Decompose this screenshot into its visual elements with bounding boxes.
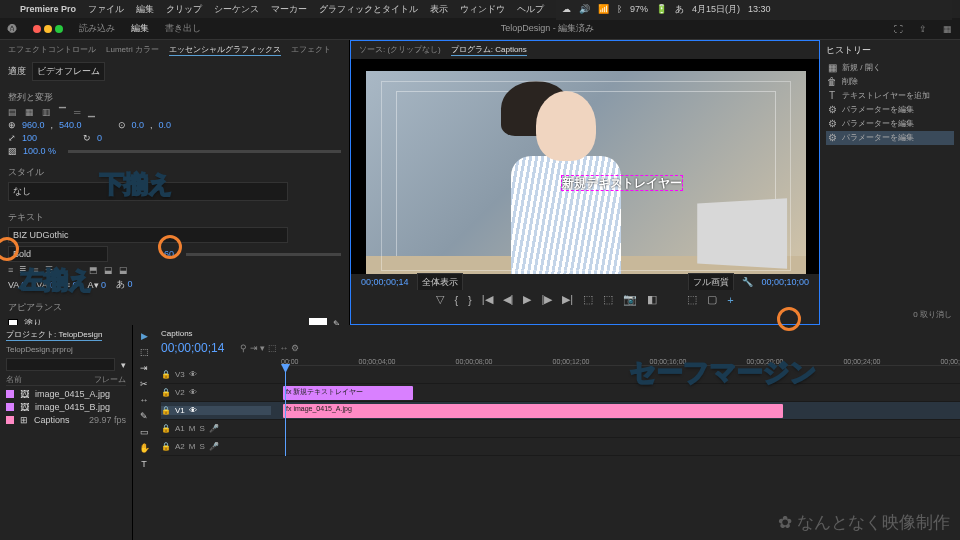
workspaces-icon[interactable]: ▦	[943, 24, 952, 34]
time-ruler[interactable]: 00;0000;00;04;0000;00;08;0000;00;12;0000…	[281, 358, 960, 366]
app-name[interactable]: Premiere Pro	[20, 4, 76, 14]
text-layer-overlay[interactable]: 新規テキストレイヤー	[561, 175, 683, 192]
clip-image[interactable]: fx image_0415_A.jpg	[283, 404, 783, 418]
pos-y[interactable]: 540.0	[59, 120, 82, 130]
step-forward-icon[interactable]: |▶	[541, 293, 552, 306]
tab-import[interactable]: 読み込み	[79, 22, 115, 35]
timeline-tc[interactable]: 00;00;00;14	[161, 341, 224, 355]
track-select-tool-icon[interactable]: ⬚	[140, 347, 149, 357]
volume-icon[interactable]: 🔊	[579, 4, 590, 14]
align-left-icon[interactable]: ▤	[8, 107, 17, 117]
selection-tool-icon[interactable]: ▶	[141, 331, 148, 341]
align-right-icon[interactable]: ▥	[42, 107, 51, 117]
play-icon[interactable]: ▶	[523, 293, 531, 306]
align-center-v-icon[interactable]: ═	[74, 107, 80, 117]
go-to-in-icon[interactable]: |◀	[482, 293, 493, 306]
align-bottom-icon[interactable]: ▁	[88, 107, 95, 117]
tab-export[interactable]: 書き出し	[165, 22, 201, 35]
clip-text-layer[interactable]: fx 新規テキストレイヤー	[283, 386, 413, 400]
menu-edit[interactable]: 編集	[136, 3, 154, 16]
tab-essential-graphics[interactable]: エッセンシャルグラフィックス	[169, 44, 281, 56]
rotation-value[interactable]: 0	[97, 133, 102, 143]
sequence-name[interactable]: Captions	[161, 329, 960, 338]
quality-dropdown[interactable]: フル画質	[688, 273, 734, 292]
tsume[interactable]: 0	[128, 279, 133, 289]
export-frame-icon[interactable]: 📷	[623, 293, 637, 306]
baseline[interactable]: 0	[101, 280, 106, 290]
wrench-icon[interactable]: 🔧	[742, 277, 753, 287]
history-item[interactable]: 🗑削除	[826, 75, 954, 89]
menubar-date[interactable]: 4月15日(月)	[692, 3, 740, 16]
menu-graphics[interactable]: グラフィックとタイトル	[319, 3, 418, 16]
menu-view[interactable]: 表示	[430, 3, 448, 16]
anchor-y[interactable]: 0.0	[159, 120, 172, 130]
hand-tool-icon[interactable]: ✋	[139, 443, 150, 453]
comparison-icon[interactable]: ◧	[647, 293, 657, 306]
track-a1[interactable]: 🔒A1MS🎤	[161, 420, 960, 438]
opacity-slider[interactable]	[68, 150, 341, 153]
bluetooth-icon[interactable]: ᛒ	[617, 4, 622, 14]
step-back-icon[interactable]: ◀|	[503, 293, 514, 306]
menu-file[interactable]: ファイル	[88, 3, 124, 16]
history-item[interactable]: ⚙パラメーターを編集	[826, 103, 954, 117]
font-size-slider[interactable]	[186, 253, 341, 256]
history-item[interactable]: ⚙パラメーターを編集	[826, 117, 954, 131]
text-align-left-icon[interactable]: ≡	[8, 265, 13, 275]
slip-tool-icon[interactable]: ↔	[140, 395, 149, 405]
font-weight-dropdown[interactable]: Bold	[8, 246, 108, 262]
project-title[interactable]: プロジェクト: TelopDesign	[6, 329, 102, 341]
menu-marker[interactable]: マーカー	[271, 3, 307, 16]
anchor-x[interactable]: 0.0	[132, 120, 145, 130]
track-v1[interactable]: 🔒V1👁fx image_0415_A.jpg	[161, 402, 960, 420]
rectangle-tool-icon[interactable]: ▭	[140, 427, 149, 437]
vert-align-bottom-icon[interactable]: ⬓	[119, 265, 128, 275]
wifi-icon[interactable]: 📶	[598, 4, 609, 14]
project-item[interactable]: 🖼image_0415_A.jpg	[6, 389, 126, 399]
extract-icon[interactable]: ⬚	[603, 293, 613, 306]
scale-value[interactable]: 100	[22, 133, 37, 143]
align-top-icon[interactable]: ▔	[59, 107, 66, 117]
tab-lumetri[interactable]: Lumetri カラー	[106, 44, 159, 56]
menu-sequence[interactable]: シーケンス	[214, 3, 259, 16]
align-center-h-icon[interactable]: ▦	[25, 107, 34, 117]
menu-window[interactable]: ウィンドウ	[460, 3, 505, 16]
fullscreen-icon[interactable]: ⛶	[894, 24, 903, 34]
lift-icon[interactable]: ⬚	[583, 293, 593, 306]
tab-program[interactable]: プログラム: Captions	[451, 44, 527, 56]
menu-clip[interactable]: クリップ	[166, 3, 202, 16]
project-item[interactable]: 🖼image_0415_B.jpg	[6, 402, 126, 412]
project-item[interactable]: ⊞Captions29.97 fps	[6, 415, 126, 425]
track-v3[interactable]: 🔒V3👁	[161, 366, 960, 384]
insert-icon[interactable]: ⬚	[687, 293, 697, 306]
history-item[interactable]: ▦新規 / 開く	[826, 61, 954, 75]
menubar-time[interactable]: 13:30	[748, 4, 771, 14]
go-to-out-icon[interactable]: ▶|	[562, 293, 573, 306]
ripple-tool-icon[interactable]: ⇥	[140, 363, 148, 373]
add-marker-icon[interactable]: ▽	[436, 293, 444, 306]
program-tc-in[interactable]: 00;00;00;14	[361, 277, 409, 287]
pos-x[interactable]: 960.0	[22, 120, 45, 130]
playhead[interactable]	[285, 364, 286, 456]
input-icon[interactable]: あ	[675, 3, 684, 16]
tab-effect-controls[interactable]: エフェクトコントロール	[8, 44, 96, 56]
filter-icon[interactable]: ▾	[121, 360, 126, 370]
program-tc-out[interactable]: 00;00;10;00	[761, 277, 809, 287]
font-dropdown[interactable]: BIZ UDGothic	[8, 227, 288, 243]
track-a2[interactable]: 🔒A2MS🎤	[161, 438, 960, 456]
col-name[interactable]: 名前	[6, 374, 22, 385]
opacity-value[interactable]: 100.0 %	[23, 146, 56, 156]
history-item-current[interactable]: ⚙パラメーターを編集	[826, 131, 954, 145]
vert-align-middle-icon[interactable]: ⬓	[104, 265, 113, 275]
scope-dropdown[interactable]: ビデオフレーム	[32, 62, 105, 81]
export-icon[interactable]: ⇪	[919, 24, 927, 34]
video-preview[interactable]: 新規テキストレイヤー	[366, 71, 806, 281]
history-item[interactable]: Tテキストレイヤーを追加	[826, 89, 954, 103]
cloud-icon[interactable]: ☁	[562, 4, 571, 14]
razor-tool-icon[interactable]: ✂	[140, 379, 148, 389]
safe-margin-icon[interactable]: ▢	[707, 293, 717, 306]
tab-edit[interactable]: 編集	[131, 22, 149, 35]
tab-effects[interactable]: エフェクト	[291, 44, 331, 56]
pen-tool-icon[interactable]: ✎	[140, 411, 148, 421]
project-search[interactable]	[6, 358, 115, 371]
mark-in-icon[interactable]: {	[454, 294, 458, 306]
